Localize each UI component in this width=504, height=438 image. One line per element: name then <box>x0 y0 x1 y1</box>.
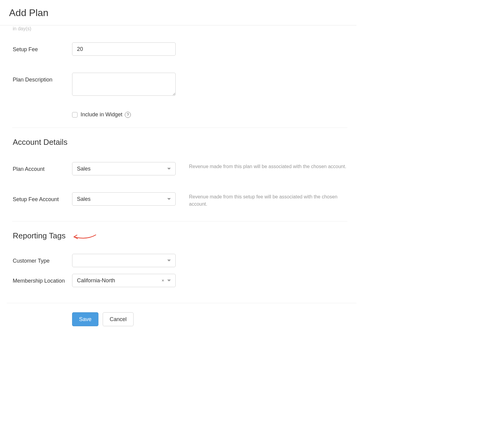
reporting-tags-heading-text: Reporting Tags <box>13 231 65 240</box>
setup-fee-account-value: Sales <box>77 196 167 202</box>
setup-fee-account-select[interactable]: Sales <box>72 192 176 206</box>
membership-location-value: California-North <box>77 277 162 284</box>
help-icon[interactable]: ? <box>125 112 131 118</box>
setup-fee-account-hint: Revenue made from this setup fee will be… <box>176 192 347 208</box>
plan-description-label: Plan Description <box>13 73 72 84</box>
plan-account-value: Sales <box>77 166 167 172</box>
arrow-annotation-icon <box>70 233 98 244</box>
divider <box>12 221 347 221</box>
cancel-button[interactable]: Cancel <box>103 312 134 326</box>
footer-actions: Save Cancel <box>72 312 347 326</box>
plan-account-hint: Revenue made from this plan will be asso… <box>176 162 347 170</box>
setup-fee-input[interactable] <box>72 42 176 56</box>
reporting-tags-heading: Reporting Tags <box>13 231 347 242</box>
account-details-heading: Account Details <box>13 138 347 147</box>
plan-account-label: Plan Account <box>13 162 72 173</box>
membership-location-label: Membership Location <box>13 274 72 285</box>
include-in-widget-label: Include in Widget <box>81 111 122 118</box>
membership-location-select[interactable]: California-North × <box>72 274 176 287</box>
page-title: Add Plan <box>9 7 347 18</box>
chevron-down-icon <box>167 198 171 200</box>
chevron-down-icon <box>167 280 171 281</box>
chevron-down-icon <box>167 168 171 170</box>
divider <box>12 128 347 128</box>
setup-fee-account-label: Setup Fee Account <box>13 192 72 204</box>
setup-fee-label: Setup Fee <box>13 42 72 54</box>
plan-description-textarea[interactable] <box>72 73 176 96</box>
clear-icon[interactable]: × <box>162 278 164 283</box>
customer-type-label: Customer Type <box>13 254 72 265</box>
include-in-widget-checkbox[interactable] <box>72 112 78 118</box>
page-header: Add Plan <box>0 0 356 25</box>
plan-account-select[interactable]: Sales <box>72 162 176 175</box>
customer-type-select[interactable] <box>72 254 176 267</box>
save-button[interactable]: Save <box>72 312 98 326</box>
divider <box>7 303 356 303</box>
chevron-down-icon <box>167 260 171 261</box>
truncated-in-days: in day(s) <box>13 25 347 38</box>
